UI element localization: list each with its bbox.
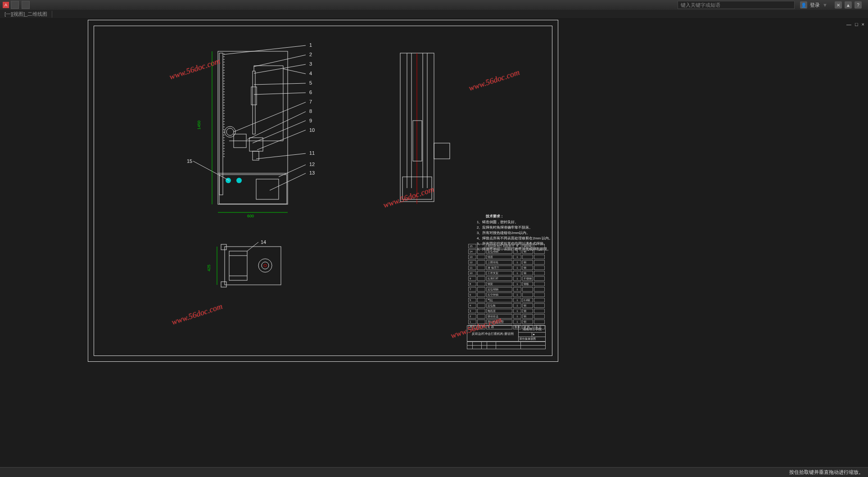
svg-text:11: 11 — [309, 150, 315, 156]
svg-text:10: 10 — [309, 127, 315, 133]
svg-text:1450: 1450 — [197, 121, 201, 130]
search-input[interactable]: 键入关键字或短语 — [678, 1, 795, 9]
svg-line-13 — [224, 45, 306, 54]
svg-text:2: 2 — [309, 52, 312, 57]
svg-text:5: 5 — [309, 80, 312, 86]
svg-rect-51 — [413, 121, 422, 161]
svg-line-16 — [283, 69, 306, 74]
svg-text:14: 14 — [261, 239, 266, 245]
status-hint: 按住拾取键并垂直拖动进行缩放。 — [789, 469, 863, 476]
svg-text:4: 4 — [309, 71, 312, 76]
toolbar-btn-2[interactable] — [22, 1, 30, 9]
svg-text:600: 600 — [247, 214, 254, 218]
svg-text:7: 7 — [309, 99, 312, 104]
svg-point-3 — [226, 128, 234, 135]
parts-table: 15所以36 布巴 和座用8钢丝绳14定位销轴1铜13销座112上限传轮1铜11… — [467, 243, 546, 330]
svg-point-59 — [262, 262, 269, 269]
svg-text:1、铸造倒圆，密封良好。: 1、铸造倒圆，密封良好。 — [477, 220, 518, 224]
drawing-frame-inner: 1 2 3 4 5 6 7 8 9 10 11 12 13 15 1450 60… — [94, 26, 552, 356]
file-tabs: [一][视图]_二维线图 — [0, 10, 868, 18]
svg-text:技术要求：: 技术要求： — [485, 214, 504, 218]
share-icon[interactable]: ▲ — [845, 1, 852, 9]
svg-rect-62 — [221, 282, 226, 287]
svg-line-22 — [257, 130, 306, 150]
minimize-button[interactable]: — — [846, 22, 851, 27]
titlebar: A 键入关键字或短语 👤 登录 ▼ ✕ ▲ ? — [0, 0, 868, 10]
svg-text:2、应焊夹时角焊准确牢靠不脱落。: 2、应焊夹时角焊准确牢靠不脱落。 — [477, 225, 533, 230]
svg-rect-61 — [221, 244, 226, 250]
canvas-area[interactable]: [一][视图]_二维线图 — □ × — [0, 10, 868, 467]
exchange-icon[interactable]: ✕ — [835, 1, 842, 9]
svg-point-11 — [226, 178, 231, 183]
svg-point-12 — [236, 178, 242, 183]
svg-rect-1 — [219, 53, 223, 195]
svg-line-17 — [254, 83, 306, 85]
svg-point-58 — [258, 259, 272, 272]
svg-text:8: 8 — [309, 108, 312, 114]
title-block: 反双边杆冲击打磨机构 册说明 湖南理工学院 ■ 部分集体设图 — [467, 325, 546, 349]
file-tab-1[interactable]: [一][视图]_二维线图 — [0, 11, 52, 18]
svg-text:1: 1 — [309, 42, 312, 48]
svg-rect-10 — [256, 179, 279, 199]
svg-text:425: 425 — [207, 265, 211, 271]
svg-text:6: 6 — [309, 90, 312, 95]
svg-text:3: 3 — [309, 61, 312, 67]
svg-rect-6 — [251, 87, 257, 105]
svg-text:9: 9 — [309, 118, 312, 123]
svg-line-21 — [253, 121, 306, 143]
app-icon: A — [3, 2, 9, 8]
toolbar-btn-1[interactable] — [11, 1, 19, 9]
login-button[interactable]: 登录 — [810, 2, 820, 9]
drawing-frame: 1 2 3 4 5 6 7 8 9 10 11 12 13 15 1450 60… — [88, 20, 558, 362]
svg-text:13: 13 — [309, 170, 315, 176]
help-icon[interactable]: ? — [854, 1, 862, 9]
svg-text:15: 15 — [187, 158, 192, 164]
svg-rect-54 — [225, 247, 281, 285]
close-button[interactable]: × — [862, 22, 864, 27]
svg-text:3、所有对接热缝错动2mm以内。: 3、所有对接热缝错动2mm以内。 — [477, 231, 530, 235]
svg-rect-5 — [253, 71, 255, 134]
svg-rect-52 — [434, 143, 450, 159]
viewport-window-controls: — □ × — [846, 22, 864, 27]
svg-line-18 — [254, 93, 306, 94]
svg-line-26 — [193, 161, 229, 180]
status-bar: 按住拾取键并垂直拖动进行缩放。 — [0, 467, 868, 477]
svg-point-60 — [264, 264, 267, 267]
svg-line-20 — [247, 112, 306, 140]
svg-text:12: 12 — [309, 162, 315, 167]
svg-line-23 — [256, 153, 306, 159]
svg-line-14 — [254, 55, 306, 67]
maximize-button[interactable]: □ — [855, 22, 858, 27]
svg-text:4、焊接点所有不同表面处理修剪在2mm 以内。: 4、焊接点所有不同表面处理修剪在2mm 以内。 — [477, 236, 552, 240]
user-icon[interactable]: 👤 — [800, 1, 807, 9]
